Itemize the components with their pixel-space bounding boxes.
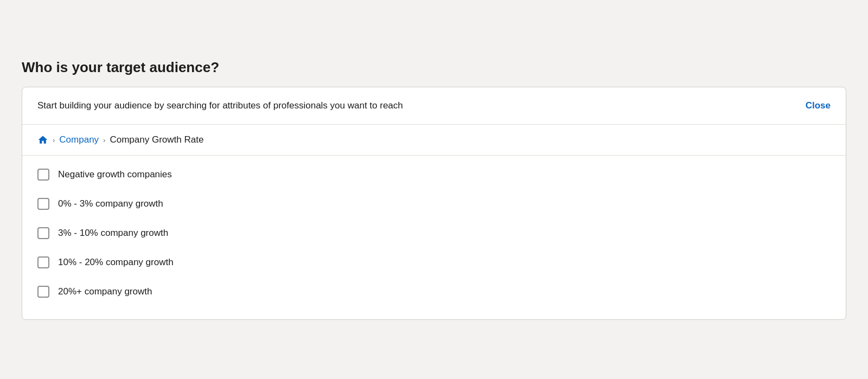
breadcrumb-current: Company Growth Rate	[110, 134, 203, 145]
checkbox-three-ten[interactable]	[37, 227, 49, 239]
option-label-ten-twenty: 10% - 20% company growth	[58, 257, 174, 268]
option-label-three-ten: 3% - 10% company growth	[58, 228, 168, 239]
option-item-three-ten[interactable]: 3% - 10% company growth	[22, 219, 846, 248]
breadcrumb-separator-1: ›	[53, 136, 55, 144]
checkbox-ten-twenty[interactable]	[37, 256, 49, 268]
checkbox-zero-three[interactable]	[37, 198, 49, 210]
page-title: Who is your target audience?	[22, 59, 846, 76]
checkbox-twenty-plus[interactable]	[37, 286, 49, 298]
checkbox-negative[interactable]	[37, 169, 49, 181]
panel-header: Start building your audience by searchin…	[22, 87, 846, 125]
option-label-negative: Negative growth companies	[58, 169, 172, 180]
option-item-negative[interactable]: Negative growth companies	[22, 160, 846, 189]
option-item-zero-three[interactable]: 0% - 3% company growth	[22, 189, 846, 219]
option-item-ten-twenty[interactable]: 10% - 20% company growth	[22, 248, 846, 277]
panel-header-text: Start building your audience by searchin…	[37, 100, 403, 111]
home-icon[interactable]	[37, 134, 48, 145]
option-label-zero-three: 0% - 3% company growth	[58, 198, 163, 209]
breadcrumb-separator-2: ›	[103, 136, 105, 144]
option-label-twenty-plus: 20%+ company growth	[58, 286, 152, 297]
page-container: Who is your target audience? Start build…	[22, 59, 846, 320]
breadcrumb-bar: › Company › Company Growth Rate	[22, 125, 846, 156]
close-button[interactable]: Close	[806, 100, 831, 111]
option-item-twenty-plus[interactable]: 20%+ company growth	[22, 277, 846, 306]
audience-panel: Start building your audience by searchin…	[22, 87, 846, 320]
breadcrumb-company-link[interactable]: Company	[59, 134, 99, 145]
options-list: Negative growth companies0% - 3% company…	[22, 156, 846, 319]
